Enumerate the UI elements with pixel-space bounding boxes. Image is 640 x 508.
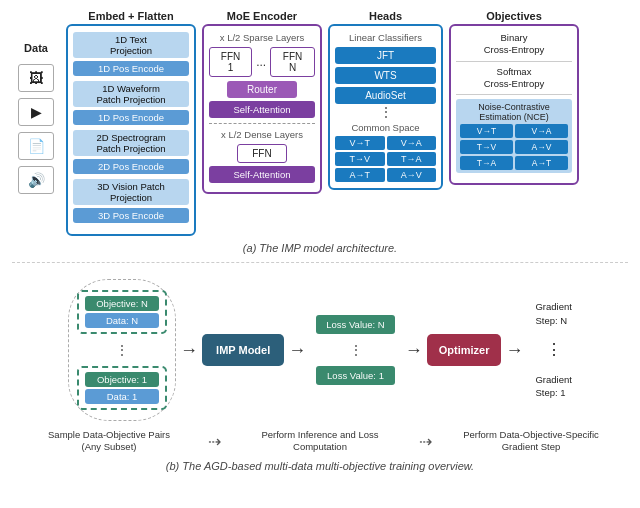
data-n: Data: N [85,313,159,328]
embed-column: 1D TextProjection 1D Pos Encode 1D Wavef… [66,24,196,236]
obj-divider-1 [456,61,572,62]
softmax-cross-entropy: SoftmaxCross-Entropy [456,66,572,91]
dashed-arrow-1: ⇢ [208,432,221,451]
bottom-flow: Objective: N Data: N ⋮ Objective: 1 Data… [12,279,628,421]
section-headers: Embed + Flatten MoE Encoder Heads Object… [12,10,628,22]
self-attn-2: Self-Attention [209,166,315,183]
moe-label: MoE Encoder [227,10,297,22]
bottom-text-row: Sample Data-Objective Pairs(Any Subset) … [12,429,628,454]
step-1: Sample Data-Objective Pairs(Any Subset) [22,429,196,454]
obj-1-box: Objective: 1 Data: 1 [77,366,167,410]
data-1: Data: 1 [85,389,159,404]
cs-vt: V→T [335,136,385,150]
1d-pos-encode-2: 1D Pos Encode [73,110,189,125]
nce-vt: V→T [460,124,513,138]
dashed-arrow-2: ⇢ [419,432,432,451]
ffn-row: FFN 1 ... FFN N [209,47,315,77]
ffn-single: FFN [237,144,287,163]
moe-divider [209,123,315,124]
arrow-2: → [288,340,306,361]
gradient-step-n: GradientStep: N [535,300,571,327]
objective-1: Objective: 1 [85,372,159,387]
arrow-4: → [505,340,523,361]
wts-box: WTS [335,67,436,84]
binary-cross-entropy: BinaryCross-Entropy [456,32,572,57]
heads-label: Heads [369,10,402,22]
heads-dots: ⋮ [335,107,436,117]
data-label: Data [24,42,48,54]
self-attn-1: Self-Attention [209,101,315,118]
nce-title: Noise-ContrastiveEstimation (NCE) [460,102,568,122]
left-boxes: Objective: N Data: N ⋮ Objective: 1 Data… [68,279,176,421]
cs-av: A→V [387,168,437,182]
top-diagram: Embed + Flatten MoE Encoder Heads Object… [12,10,628,254]
common-space-label: Common Space [335,122,436,133]
ffn-n-box: FFN N [270,47,315,77]
main-divider [12,262,628,263]
gradient-steps: GradientStep: N ⋮ GradientStep: 1 [535,300,571,400]
top-architecture: Data 🖼 ▶ 📄 🔊 1D TextProjection 1D Pos En… [12,24,628,236]
gradient-dots: ⋮ [535,339,571,361]
imp-model-box: IMP Model [202,334,284,366]
3d-vision-proj: 3D Vision PatchProjection [73,179,189,205]
nce-tv: T→V [460,140,513,154]
step-3: Perform Data-Objective-SpecificGradient … [444,429,618,454]
objectives-label: Objectives [486,10,542,22]
cs-ta: T→A [387,152,437,166]
top-dashed-box: Objective: N Data: N ⋮ Objective: 1 Data… [68,279,176,421]
heads-column: Linear Classifiers JFT WTS AudioSet ⋮ Co… [328,24,443,190]
audio-icon: 🔊 [18,166,54,194]
gradient-step-1: GradientStep: 1 [535,373,571,400]
data-column: Data 🖼 ▶ 📄 🔊 [12,24,60,194]
moe-column: x L/2 Sparse Layers FFN 1 ... FFN N Rout… [202,24,322,194]
nce-av: A→V [515,140,568,154]
nce-box: Noise-ContrastiveEstimation (NCE) V→T V→… [456,99,572,173]
text-icon: 📄 [18,132,54,160]
2d-pos-encode: 2D Pos Encode [73,159,189,174]
main-container: Embed + Flatten MoE Encoder Heads Object… [0,0,640,486]
2d-spectrogram-proj: 2D SpectrogramPatch Projection [73,130,189,156]
top-caption: (a) The IMP model architecture. [12,242,628,254]
router-box: Router [227,81,297,98]
objectives-column: BinaryCross-Entropy SoftmaxCross-Entropy… [449,24,579,185]
video-icon: ▶ [18,98,54,126]
loss-n: Loss Value: N [316,315,394,334]
jft-box: JFT [335,47,436,64]
ffn-dots: ... [256,55,266,69]
objective-n: Objective: N [85,296,159,311]
1d-text-proj: 1D TextProjection [73,32,189,58]
dense-label: x L/2 Dense Layers [209,129,315,140]
nce-ta: T→A [460,156,513,170]
obj-n-box: Objective: N Data: N [77,290,167,334]
1d-waveform-proj: 1D WaveformPatch Projection [73,81,189,107]
arrow-1: → [180,340,198,361]
step-2: Perform Inference and LossComputation [233,429,407,454]
loss-1: Loss Value: 1 [316,366,394,385]
obj-divider-2 [456,94,572,95]
sparse-label: x L/2 Sparse Layers [209,32,315,43]
3d-pos-encode: 3D Pos Encode [73,208,189,223]
cs-tv: T→V [335,152,385,166]
nce-va: V→A [515,124,568,138]
audioset-box: AudioSet [335,87,436,104]
image-icon: 🖼 [18,64,54,92]
arrow-3: → [405,340,423,361]
1d-pos-encode-1: 1D Pos Encode [73,61,189,76]
optimizer-box: Optimizer [427,334,502,366]
loss-dots: ⋮ [316,344,394,356]
bottom-caption: (b) The AGD-based multi-data multi-objec… [12,460,628,472]
bottom-diagram: Objective: N Data: N ⋮ Objective: 1 Data… [12,269,628,476]
common-space-grid: V→T V→A T→V T→A A→T A→V [335,136,436,182]
cs-va: V→A [387,136,437,150]
cs-at: A→T [335,168,385,182]
nce-grid: V→T V→A T→V A→V T→A A→T [460,124,568,170]
embed-label: Embed + Flatten [88,10,173,22]
loss-column: Loss Value: N ⋮ Loss Value: 1 [316,315,394,385]
linear-classifiers-label: Linear Classifiers [335,32,436,43]
flow-dots: ⋮ [115,344,129,356]
ffn1-box: FFN 1 [209,47,252,77]
nce-at: A→T [515,156,568,170]
